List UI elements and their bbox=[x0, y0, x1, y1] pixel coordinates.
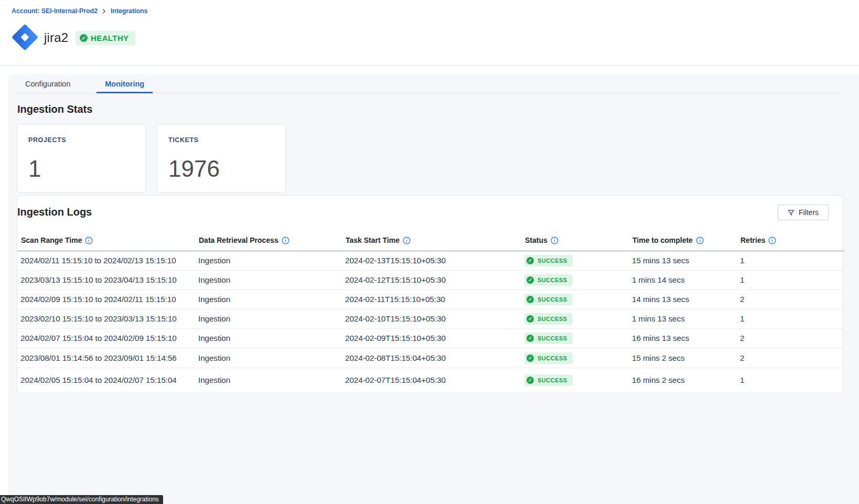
cell-time-to-complete: 15 mins 2 secs bbox=[629, 348, 737, 368]
cell-time-to-complete: 14 mins 13 secs bbox=[629, 289, 737, 309]
status-badge: ✓SUCCESS bbox=[524, 294, 573, 305]
check-circle-icon: ✓ bbox=[527, 276, 534, 284]
cell-scan-range: 2023/02/10 15:15:10 to 2023/03/13 15:15:… bbox=[17, 309, 195, 329]
cell-retries: 2 bbox=[737, 289, 844, 309]
column-header-retries: Retries bbox=[737, 231, 844, 251]
column-header-scan-range-time: Scan Range Time bbox=[17, 231, 195, 251]
cell-scan-range: 2024/02/05 15:15:04 to 2024/02/07 15:15:… bbox=[17, 368, 195, 393]
info-icon[interactable] bbox=[85, 237, 93, 244]
cell-retries: 1 bbox=[737, 251, 844, 270]
info-icon[interactable] bbox=[551, 237, 559, 244]
ingestion-stats-heading: Ingestion Stats bbox=[17, 104, 843, 114]
table-row: 2024/02/11 15:15:10 to 2024/02/13 15:15:… bbox=[17, 251, 844, 270]
status-badge: ✓SUCCESS bbox=[524, 352, 573, 364]
cell-process: Ingestion bbox=[195, 309, 342, 329]
info-icon[interactable] bbox=[768, 237, 776, 244]
cell-scan-range: 2024/02/09 15:15:10 to 2024/02/11 15:15:… bbox=[17, 289, 195, 309]
cell-scan-range: 2024/02/11 15:15:10 to 2024/02/13 15:15:… bbox=[17, 251, 195, 270]
stat-card-label: PROJECTS bbox=[28, 136, 145, 144]
status-badge: ✓SUCCESS bbox=[524, 333, 573, 344]
check-circle-icon: ✓ bbox=[527, 296, 534, 303]
cell-task-start: 2024-02-08T15:15:04+05:30 bbox=[342, 348, 521, 368]
table-row: 2023/02/10 15:15:10 to 2023/03/13 15:15:… bbox=[17, 309, 844, 329]
ingestion-logs-card: Ingestion Logs Filters Scan Range TimeDa… bbox=[17, 195, 843, 393]
column-header-data-retrieval-process: Data Retrieval Process bbox=[195, 231, 342, 251]
ingestion-logs-heading: Ingestion Logs bbox=[17, 207, 843, 217]
cell-scan-range: 2024/02/07 15:15:04 to 2024/02/09 15:15:… bbox=[17, 329, 195, 348]
table-row: 2024/02/07 15:15:04 to 2024/02/09 15:15:… bbox=[17, 329, 844, 348]
cell-time-to-complete: 16 mins 2 secs bbox=[629, 368, 737, 393]
breadcrumb-account-link[interactable]: Account: SEI-Internal-Prod2 bbox=[12, 7, 98, 15]
cell-retries: 2 bbox=[737, 348, 844, 368]
info-icon[interactable] bbox=[696, 237, 704, 244]
header-divider bbox=[0, 65, 859, 66]
column-header-status: Status bbox=[521, 231, 629, 251]
page-title: jira2 bbox=[44, 30, 68, 45]
column-header-task-start-time: Task Start Time bbox=[342, 231, 521, 251]
stat-card-label: TICKETS bbox=[168, 136, 285, 144]
cell-task-start: 2024-02-11T15:15:10+05:30 bbox=[342, 289, 521, 309]
filters-button[interactable]: Filters bbox=[778, 205, 829, 220]
cell-time-to-complete: 1 mins 14 secs bbox=[629, 270, 737, 289]
cell-status: ✓SUCCESS bbox=[521, 289, 629, 309]
cell-status: ✓SUCCESS bbox=[521, 251, 629, 270]
check-circle-icon: ✓ bbox=[80, 34, 88, 42]
check-circle-icon: ✓ bbox=[527, 377, 534, 384]
stat-card-projects: PROJECTS1 bbox=[17, 124, 146, 193]
check-circle-icon: ✓ bbox=[527, 315, 534, 323]
cell-process: Ingestion bbox=[195, 289, 342, 309]
table-body: 2024/02/11 15:15:10 to 2024/02/13 15:15:… bbox=[17, 251, 844, 393]
cell-task-start: 2024-02-10T15:15:10+05:30 bbox=[342, 309, 521, 329]
table-row: 2024/02/09 15:15:10 to 2024/02/11 15:15:… bbox=[17, 289, 844, 309]
cell-process: Ingestion bbox=[195, 329, 342, 348]
check-circle-icon: ✓ bbox=[527, 355, 534, 362]
chevron-right-icon bbox=[102, 9, 106, 14]
status-badge: ✓SUCCESS bbox=[524, 374, 573, 386]
cell-process: Ingestion bbox=[195, 251, 342, 270]
info-icon[interactable] bbox=[282, 237, 289, 244]
tab-monitoring[interactable]: Monitoring bbox=[96, 74, 153, 93]
column-header-time-to-complete: Time to complete bbox=[629, 231, 737, 251]
cell-status: ✓SUCCESS bbox=[521, 348, 629, 368]
cell-retries: 2 bbox=[737, 329, 844, 348]
table-row: 2024/02/05 15:15:04 to 2024/02/07 15:15:… bbox=[17, 368, 844, 393]
jira-logo-icon bbox=[10, 22, 39, 55]
cell-retries: 1 bbox=[737, 368, 844, 393]
tab-bar: ConfigurationMonitoring bbox=[17, 74, 843, 93]
breadcrumb-integrations-link[interactable]: Integrations bbox=[111, 7, 147, 15]
cell-process: Ingestion bbox=[195, 368, 342, 393]
cell-task-start: 2024-02-13T15:15:10+05:30 bbox=[342, 251, 521, 270]
stat-card-value: 1976 bbox=[168, 157, 285, 180]
stats-cards: PROJECTS1TICKETS1976 bbox=[17, 124, 843, 193]
stat-card-value: 1 bbox=[28, 157, 145, 180]
status-badge: ✓SUCCESS bbox=[524, 274, 573, 286]
breadcrumb: Account: SEI-Internal-Prod2 Integrations bbox=[12, 7, 147, 15]
status-badge: ✓SUCCESS bbox=[524, 313, 573, 325]
cell-retries: 1 bbox=[737, 309, 844, 329]
cell-process: Ingestion bbox=[195, 348, 342, 368]
content-panel: ConfigurationMonitoring Ingestion Stats … bbox=[8, 74, 859, 504]
table-header-row: Scan Range TimeData Retrieval ProcessTas… bbox=[17, 231, 844, 251]
cell-time-to-complete: 15 mins 13 secs bbox=[629, 251, 737, 270]
cell-task-start: 2024-02-09T15:15:10+05:30 bbox=[342, 329, 521, 348]
url-preview-statusbar: QwqOSIIWp9ob7w/module/sei/configuration/… bbox=[0, 495, 163, 504]
cell-scan-range: 2023/03/13 15:15:10 to 2023/04/13 15:15:… bbox=[17, 270, 195, 289]
info-icon[interactable] bbox=[403, 237, 411, 244]
table-row: 2023/08/01 15:14:56 to 2023/09/01 15:14:… bbox=[17, 348, 844, 368]
cell-status: ✓SUCCESS bbox=[521, 270, 629, 289]
tab-configuration[interactable]: Configuration bbox=[17, 74, 79, 93]
check-circle-icon: ✓ bbox=[527, 335, 534, 342]
cell-task-start: 2024-02-07T15:15:04+05:30 bbox=[342, 368, 521, 393]
table-row: 2023/03/13 15:15:10 to 2023/04/13 15:15:… bbox=[17, 270, 844, 289]
filter-funnel-icon bbox=[788, 209, 794, 216]
cell-retries: 1 bbox=[737, 270, 844, 289]
cell-time-to-complete: 16 mins 13 secs bbox=[629, 329, 737, 348]
cell-time-to-complete: 1 mins 13 secs bbox=[629, 309, 737, 329]
cell-scan-range: 2023/08/01 15:14:56 to 2023/09/01 15:14:… bbox=[17, 348, 195, 368]
health-status-badge: ✓ HEALTHY bbox=[76, 31, 135, 45]
filters-button-label: Filters bbox=[799, 208, 819, 217]
status-badge: ✓SUCCESS bbox=[524, 255, 573, 266]
cell-process: Ingestion bbox=[195, 270, 342, 289]
stat-card-tickets: TICKETS1976 bbox=[157, 124, 286, 193]
check-circle-icon: ✓ bbox=[527, 257, 534, 264]
